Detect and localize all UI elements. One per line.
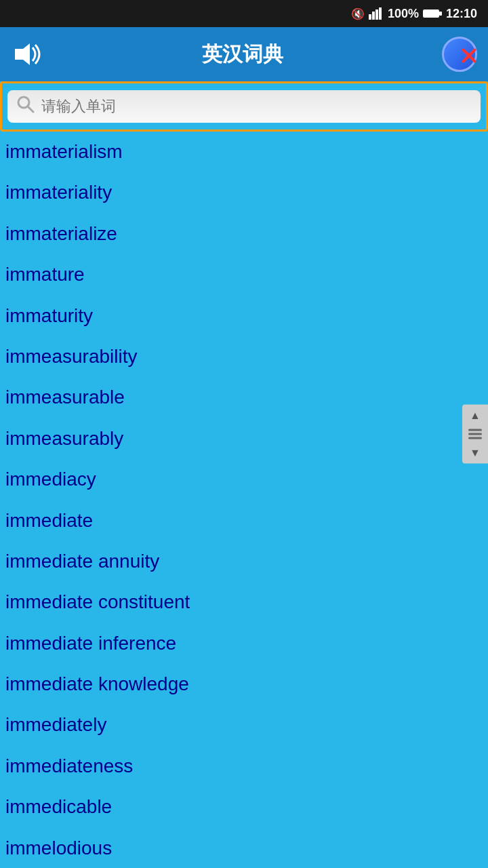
list-item[interactable]: immediacy (0, 459, 488, 500)
mute-icon: 🔇 (351, 7, 365, 20)
svg-rect-3 (379, 7, 382, 20)
list-item[interactable]: immediateness (0, 746, 488, 787)
scroll-line (468, 429, 482, 431)
battery-icon (423, 8, 442, 19)
scroll-line (468, 437, 482, 439)
search-inner (7, 90, 481, 123)
list-item[interactable]: immedicable (0, 787, 488, 827)
scroll-lines (466, 425, 485, 443)
word-list: immaterialismimmaterialityimmaterializei… (0, 132, 488, 868)
list-item[interactable]: immaterialism (0, 132, 488, 172)
list-item[interactable]: immediately (0, 705, 488, 745)
app-header: 英汉词典 (0, 27, 488, 81)
scroll-up-arrow[interactable]: ▲ (467, 408, 483, 424)
signal-icon (369, 7, 384, 20)
scroll-line (468, 433, 482, 435)
svg-line-10 (28, 106, 33, 112)
svg-marker-8 (15, 43, 30, 65)
svg-rect-0 (369, 14, 371, 20)
battery-percent: 100% (388, 7, 419, 21)
list-item[interactable]: immeasurability (0, 336, 488, 377)
list-item[interactable]: immaterialize (0, 214, 488, 254)
list-item[interactable]: immelodious (0, 828, 488, 868)
svg-rect-1 (372, 12, 375, 20)
list-item[interactable]: immediate (0, 500, 488, 541)
scroll-indicator[interactable]: ▲ ▼ (462, 405, 488, 464)
search-icon (17, 96, 35, 117)
list-item[interactable]: immeasurable (0, 377, 488, 418)
list-item[interactable]: immateriality (0, 172, 488, 213)
time: 12:10 (446, 7, 477, 21)
list-item[interactable]: immediate knowledge (0, 664, 488, 705)
list-item[interactable]: immediate constituent (0, 582, 488, 623)
list-item[interactable]: immediate inference (0, 623, 488, 664)
list-item[interactable]: immaturity (0, 296, 488, 336)
status-icons: 🔇 100% 12:10 (351, 7, 477, 21)
status-bar: 🔇 100% 12:10 (0, 0, 488, 27)
svg-rect-2 (375, 9, 378, 20)
close-button[interactable] (442, 37, 477, 72)
sound-button[interactable] (11, 38, 43, 71)
list-item[interactable]: immediate annuity (0, 541, 488, 582)
app-title: 英汉词典 (43, 41, 442, 68)
search-container (0, 81, 488, 132)
scroll-down-arrow[interactable]: ▼ (467, 445, 483, 461)
svg-rect-5 (439, 12, 442, 16)
list-item[interactable]: immeasurably (0, 418, 488, 459)
list-item[interactable]: immature (0, 254, 488, 295)
svg-rect-7 (424, 10, 439, 17)
search-input[interactable] (41, 98, 471, 115)
